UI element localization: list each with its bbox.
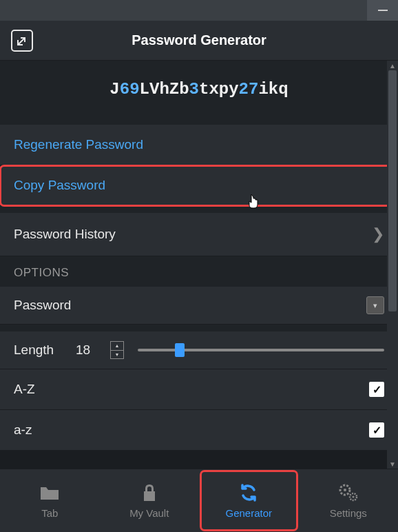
svg-point-2: [344, 489, 346, 491]
nav-vault-label: My Vault: [129, 507, 169, 519]
lowercase-checkbox[interactable]: ✓: [369, 422, 384, 438]
nav-generator-label: Generator: [225, 507, 272, 519]
svg-rect-0: [378, 10, 388, 11]
length-value: 18: [76, 342, 96, 358]
nav-generator[interactable]: Generator: [199, 469, 299, 532]
regenerate-button[interactable]: Regenerate Password: [0, 125, 398, 165]
scroll-down-icon: ▼: [387, 459, 398, 469]
length-row: Length 18 ▲ ▼: [0, 331, 398, 369]
stepper-down-icon: ▼: [111, 351, 123, 359]
header: Password Generator: [0, 21, 398, 61]
folder-icon: [39, 482, 60, 503]
scrollbar[interactable]: ▲ ▼: [387, 61, 398, 469]
gears-icon: [338, 482, 359, 503]
length-stepper[interactable]: ▲ ▼: [110, 341, 124, 359]
refresh-icon: [239, 482, 258, 503]
history-label: Password History: [14, 227, 116, 242]
uppercase-row[interactable]: A-Z ✓: [0, 369, 398, 410]
nav-tab[interactable]: Tab: [0, 469, 100, 532]
length-label: Length: [14, 342, 62, 358]
slider-thumb[interactable]: [175, 343, 185, 357]
password-history-button[interactable]: Password History ❯: [0, 213, 398, 256]
content-scroll: J69LVhZb3txpy27ikq Regenerate Password C…: [0, 61, 398, 469]
length-slider[interactable]: [138, 349, 384, 351]
uppercase-label: A-Z: [14, 382, 35, 397]
generated-password: J69LVhZb3txpy27ikq: [0, 61, 398, 118]
window-minimize-button[interactable]: [367, 0, 398, 21]
chevron-down-icon: ▾: [366, 296, 384, 314]
stepper-up-icon: ▲: [111, 342, 123, 351]
nav-tab-label: Tab: [41, 507, 58, 519]
copy-password-button[interactable]: Copy Password: [0, 165, 398, 206]
options-section-label: OPTIONS: [0, 256, 398, 287]
uppercase-checkbox[interactable]: ✓: [369, 382, 384, 397]
lowercase-row[interactable]: a-z ✓: [0, 410, 398, 451]
type-selected-value: Password: [14, 298, 366, 313]
nav-settings-label: Settings: [330, 507, 367, 519]
bottom-nav: Tab My Vault Generator Settings: [0, 469, 398, 532]
chevron-right-icon: ❯: [372, 225, 384, 243]
scroll-up-icon: ▲: [387, 61, 398, 70]
password-type-select[interactable]: Password ▾: [0, 287, 398, 325]
nav-settings[interactable]: Settings: [299, 469, 399, 532]
window-titlebar: [0, 0, 398, 21]
nav-vault[interactable]: My Vault: [100, 469, 200, 532]
svg-point-4: [352, 496, 354, 498]
lock-icon: [141, 482, 158, 503]
lowercase-label: a-z: [14, 422, 32, 438]
page-title: Password Generator: [11, 32, 387, 48]
scrollbar-thumb[interactable]: [388, 70, 397, 311]
